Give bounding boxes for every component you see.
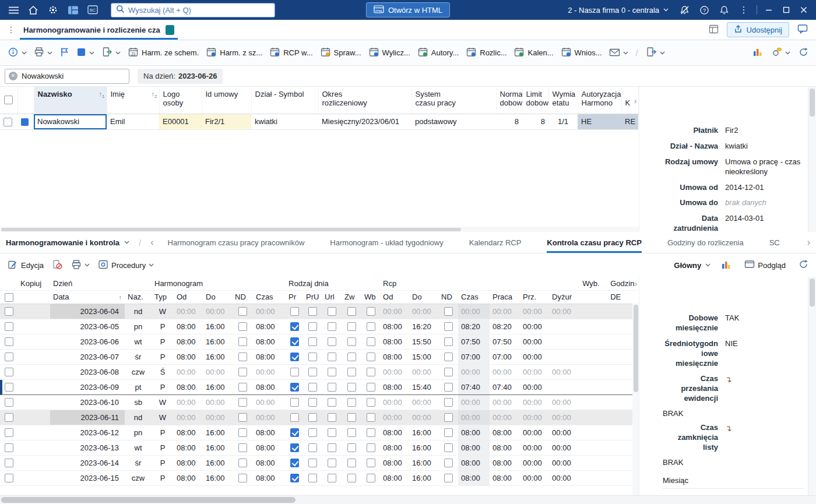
row-select-checkbox[interactable] [0,410,17,425]
row-select-checkbox[interactable] [0,379,17,394]
tab-godziny-do-rozliczenia[interactable]: Godziny do rozliczenia [667,232,744,253]
h_nd-checkbox[interactable] [232,364,253,379]
url-checkbox[interactable] [322,334,342,349]
column-header-r-od[interactable]: Od [380,290,409,304]
print-schedule-button[interactable] [68,256,93,274]
url-checkbox[interactable] [322,364,342,379]
zw-checkbox[interactable] [342,470,361,485]
close-button[interactable] [795,0,813,20]
h_nd-checkbox[interactable] [232,304,253,319]
pru-checkbox[interactable] [303,394,322,410]
operations-button[interactable] [768,44,793,62]
row-select-checkbox[interactable] [0,440,17,455]
column-header-zw[interactable]: Zw [342,290,361,304]
wb-checkbox[interactable] [361,349,380,364]
schedule-grid-vscrollbar[interactable] [632,304,639,495]
analysis-chart-button[interactable] [749,44,766,62]
schedule-row[interactable]: 2023-06-10sbW00:0000:0000:0000:0000:0000… [0,394,638,410]
column-header-wb[interactable]: Wb [361,290,380,304]
r_nd-checkbox[interactable] [438,379,458,394]
row-select-checkbox[interactable] [0,470,17,485]
zw-checkbox[interactable] [342,394,361,410]
minimize-button[interactable] [760,0,778,20]
preview-button[interactable]: Podgląd [741,257,789,274]
toolbar-harm-ze-schem[interactable]: 23Harm. ze schem. [125,44,202,62]
column-header-okres[interactable]: Okresrozliczeniowy [318,87,411,114]
row-checkbox-cell[interactable] [0,114,17,129]
r_nd-checkbox[interactable] [438,470,458,485]
column-header-dyzur[interactable]: Dyżur [549,290,579,304]
schedule-row[interactable]: 2023-06-06wtP08:0016:0008:0008:0015:5007… [0,334,638,349]
zw-checkbox[interactable] [342,455,361,470]
zw-checkbox[interactable] [342,319,361,334]
column-header-pru[interactable]: PrU [303,290,322,304]
column-header-praca[interactable]: Praca [490,290,520,304]
apps-panel-button[interactable] [63,0,83,20]
wb-checkbox[interactable] [361,425,380,440]
bc-button[interactable]: BC [83,0,103,20]
grid-filter-input[interactable] [22,72,125,80]
r_nd-checkbox[interactable] [438,394,458,410]
select-all-days-checkbox[interactable] [5,293,13,302]
pru-checkbox[interactable] [303,319,322,334]
tabs-scroll-right-icon[interactable]: › [807,237,810,248]
view-group-selector[interactable]: Harmonogramowanie i kontrola [6,238,129,247]
select-all-employees-checkbox[interactable] [4,96,13,104]
url-checkbox[interactable] [322,410,342,425]
url-checkbox[interactable] [322,470,342,485]
tab-sc[interactable]: SC [769,232,780,253]
zw-checkbox[interactable] [342,379,361,394]
pru-checkbox[interactable] [303,470,322,485]
pru-checkbox[interactable] [303,334,322,349]
help-button[interactable]: ? [694,0,714,20]
clear-filter-icon[interactable]: ✕ [9,72,17,80]
row-select-checkbox[interactable] [0,394,17,410]
column-header-h-do[interactable]: Do [203,290,232,304]
employee-row[interactable]: Nowakowski Emil E00001 Fir2/1 kwiatki Mi… [0,114,638,129]
h_nd-checkbox[interactable] [232,349,253,364]
h_nd-checkbox[interactable] [232,410,253,425]
tab-harmonogram-czasu-pracy-pracownik-w[interactable]: Harmonogram czasu pracy pracowników [168,232,305,253]
tabs-scroll-left-icon[interactable]: ‹ [150,237,153,248]
r_nd-checkbox[interactable] [438,349,458,364]
row-select-checkbox[interactable] [0,425,17,440]
hscroll-thumb[interactable] [1,228,461,231]
zw-checkbox[interactable] [342,304,361,319]
vscroll-thumb[interactable] [810,89,815,117]
expand-arrow-icon[interactable]: ↴ [725,375,732,384]
schedule-row[interactable]: 2023-06-04ndW00:0000:0000:0000:0000:0000… [0,304,638,319]
cancel-day-button[interactable] [49,256,66,274]
column-header-r-czas[interactable]: Czas [458,290,490,304]
wb-checkbox[interactable] [361,440,380,455]
as-of-date-field[interactable]: Na dzień: 2023-06-26 [138,69,223,84]
procedures-button[interactable]: Procedury [95,256,157,274]
scroll-columns-right-icon[interactable]: › [634,96,637,105]
column-header-r-do[interactable]: Do [409,290,438,304]
column-header-typ[interactable]: Typ [152,290,174,304]
column-header-h-nd[interactable]: ND [232,290,253,304]
wb-checkbox[interactable] [361,394,380,410]
pr-checkbox[interactable] [286,364,303,379]
h_nd-checkbox[interactable] [232,440,253,455]
url-checkbox[interactable] [322,379,342,394]
wb-checkbox[interactable] [361,455,380,470]
toolbar-kalen[interactable]: Kalen... [511,44,556,62]
r_nd-checkbox[interactable] [438,455,458,470]
pru-checkbox[interactable] [303,304,322,319]
schedule-row[interactable]: 2023-06-08czwŚ00:0000:0000:0000:0000:000… [0,364,638,379]
color-picker-button[interactable] [73,44,97,62]
tab-kontrola-czasu-pracy-rcp[interactable]: Kontrola czasu pracy RCP [547,232,642,253]
r_nd-checkbox[interactable] [438,319,458,334]
r_nd-checkbox[interactable] [438,334,458,349]
employee-details-scrollbar[interactable] [808,87,816,232]
pr-checkbox[interactable] [286,379,303,394]
column-header-data[interactable]: Data↑ [50,290,125,304]
schedule-row[interactable]: 2023-06-07śrP08:0016:0008:0008:0015:0007… [0,349,638,364]
schedule-row[interactable]: 2023-06-13wtP08:0016:0008:0008:0016:0008… [0,440,638,455]
h_nd-checkbox[interactable] [232,334,253,349]
h_nd-checkbox[interactable] [232,425,253,440]
h_nd-checkbox[interactable] [232,470,253,485]
row-select-checkbox[interactable] [0,364,17,379]
export-button[interactable] [99,44,124,62]
home-button[interactable] [23,0,43,20]
